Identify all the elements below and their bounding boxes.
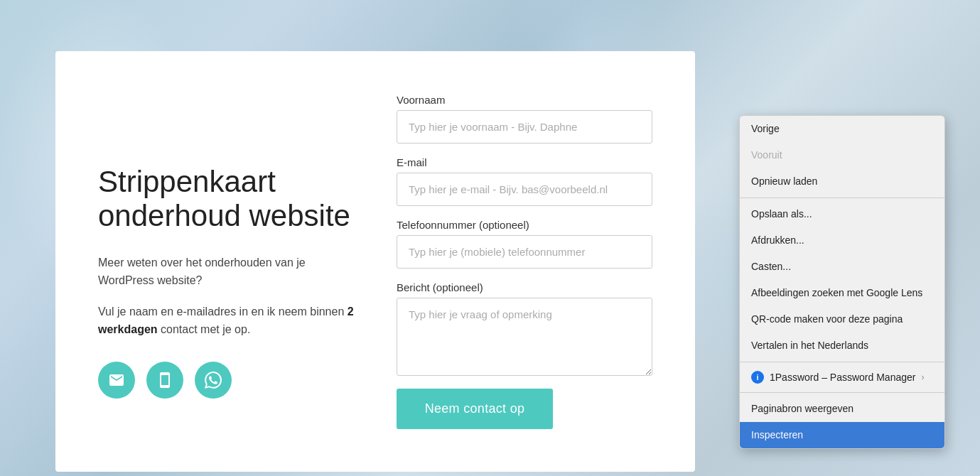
1password-icon: i bbox=[751, 371, 764, 384]
cm-item-google-lens[interactable]: Afbeeldingen zoeken met Google Lens bbox=[740, 280, 944, 306]
email-field-group: E-mail bbox=[397, 156, 652, 206]
whatsapp-icon bbox=[205, 372, 222, 389]
email-input[interactable] bbox=[397, 173, 652, 206]
cm-item-vorige[interactable]: Vorige bbox=[740, 116, 944, 142]
message-field-group: Bericht (optioneel) bbox=[397, 281, 652, 376]
cm-item-1password[interactable]: i 1Password – Password Manager › bbox=[740, 365, 944, 389]
contact-icon-row bbox=[98, 362, 354, 399]
phone-field-group: Telefoonnummer (optioneel) bbox=[397, 219, 652, 269]
main-card: Strippenkaart onderhoud website Meer wet… bbox=[55, 51, 695, 472]
voornaam-field-group: Voornaam bbox=[397, 94, 652, 144]
context-menu: Vorige Vooruit Opnieuw laden Opslaan als… bbox=[739, 115, 945, 449]
cm-divider-2 bbox=[740, 362, 944, 362]
email-icon bbox=[108, 372, 125, 389]
cm-item-save-as[interactable]: Opslaan als... bbox=[740, 201, 944, 227]
page-heading: Strippenkaart onderhoud website bbox=[98, 165, 354, 234]
cta-text: Vul je naam en e-mailadres in en ik neem… bbox=[98, 303, 354, 339]
message-textarea[interactable] bbox=[397, 298, 652, 376]
cm-item-cast[interactable]: Casten... bbox=[740, 254, 944, 280]
voornaam-input[interactable] bbox=[397, 110, 652, 144]
cm-item-reload[interactable]: Opnieuw laden bbox=[740, 168, 944, 195]
cta-prefix: Vul je naam en e-mailadres in en ik neem… bbox=[98, 305, 348, 318]
phone-label: Telefoonnummer (optioneel) bbox=[397, 219, 652, 231]
description-text: Meer weten over het onderhouden van je W… bbox=[98, 254, 354, 290]
submit-button[interactable]: Neem contact op bbox=[397, 389, 553, 429]
cm-item-vooruit: Vooruit bbox=[740, 142, 944, 168]
cm-item-view-source[interactable]: Paginabron weergeven bbox=[740, 396, 944, 422]
cm-divider-3 bbox=[740, 392, 944, 393]
email-icon-button[interactable] bbox=[98, 362, 135, 399]
form-panel: Voornaam E-mail Telefoonnummer (optionee… bbox=[397, 87, 652, 429]
cm-item-print[interactable]: Afdrukken... bbox=[740, 227, 944, 254]
cm-divider-1 bbox=[740, 198, 944, 198]
cm-item-translate[interactable]: Vertalen in het Nederlands bbox=[740, 332, 944, 359]
whatsapp-icon-button[interactable] bbox=[195, 362, 232, 399]
1password-label: 1Password – Password Manager bbox=[770, 372, 915, 383]
chevron-right-icon: › bbox=[921, 372, 924, 382]
cm-item-qr[interactable]: QR-code maken voor deze pagina bbox=[740, 306, 944, 332]
message-label: Bericht (optioneel) bbox=[397, 281, 652, 293]
left-panel: Strippenkaart onderhoud website Meer wet… bbox=[98, 87, 354, 429]
voornaam-label: Voornaam bbox=[397, 94, 652, 106]
phone-icon bbox=[156, 372, 173, 389]
phone-icon-button[interactable] bbox=[146, 362, 183, 399]
cta-suffix: contact met je op. bbox=[158, 323, 251, 335]
email-label: E-mail bbox=[397, 156, 652, 168]
cm-item-inspect[interactable]: Inspecteren bbox=[740, 422, 944, 448]
phone-input[interactable] bbox=[397, 235, 652, 269]
